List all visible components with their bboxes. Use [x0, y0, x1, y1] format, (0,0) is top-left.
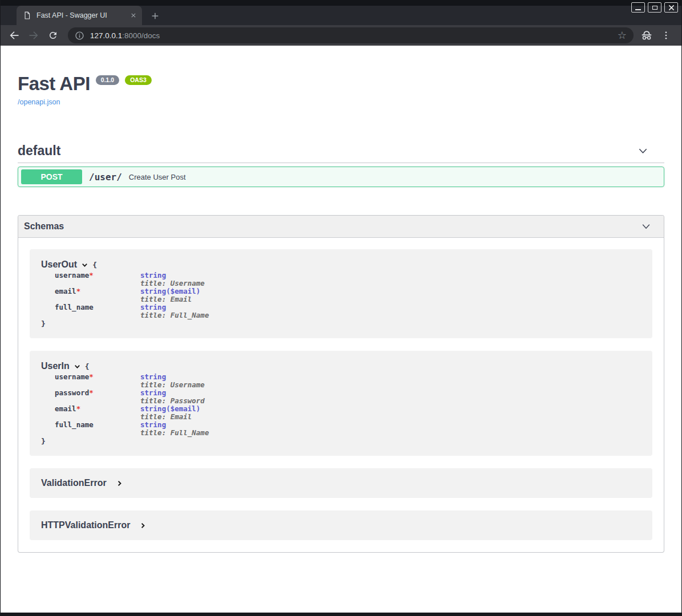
open-brace: { — [85, 362, 90, 371]
required-star: * — [89, 372, 94, 381]
maximize-icon — [652, 6, 657, 10]
chevron-down-icon — [81, 261, 88, 269]
property-row: username* string title: Username — [55, 271, 641, 287]
menu-kebab-icon[interactable] — [661, 30, 671, 40]
page-title: Fast API — [18, 74, 90, 93]
schemas-section: Schemas UserOut { — [18, 215, 664, 553]
chevron-right-icon — [116, 480, 123, 487]
openapi-json-link[interactable]: /openapi.json — [18, 98, 60, 106]
property-type: string($email) — [140, 287, 200, 295]
browser-window: Fast API - Swagger UI — [0, 0, 682, 616]
model-name: ValidationError — [41, 478, 107, 488]
tab-strip: Fast API - Swagger UI — [1, 6, 681, 25]
schemas-title: Schemas — [24, 221, 64, 232]
close-brace: } — [41, 437, 641, 445]
property-name: full_name — [55, 303, 94, 311]
forward-arrow-icon — [28, 30, 39, 41]
model-userin-toggle[interactable]: UserIn { — [41, 361, 641, 371]
url-host: 127.0.0.1 — [90, 31, 122, 40]
close-brace: } — [41, 319, 641, 328]
window-bottom-border — [1, 613, 681, 616]
property-type: string — [140, 303, 209, 311]
back-arrow-icon — [9, 30, 20, 41]
model-name: UserOut — [41, 260, 77, 270]
model-properties: username* string title: Username email* … — [55, 271, 641, 319]
tab-close-icon[interactable] — [129, 11, 137, 19]
property-row: full_name string title: Full_Name — [55, 303, 641, 319]
property-type: string — [140, 389, 205, 397]
property-row: email* string($email) title: Email — [55, 287, 641, 303]
model-validationerror[interactable]: ValidationError — [30, 468, 652, 498]
oas3-badge: OAS3 — [125, 75, 152, 85]
property-name: full_name — [55, 420, 94, 429]
swagger-page: Fast API 0.1.0 OAS3 /openapi.json defaul… — [1, 46, 681, 613]
close-button[interactable] — [664, 2, 678, 13]
model-userout: UserOut { username* string title: Userna… — [30, 249, 652, 338]
page-favicon-icon — [23, 11, 31, 20]
model-properties: username* string title: Username passwor… — [55, 373, 641, 437]
chevron-down-icon — [74, 363, 81, 370]
browser-toolbar: 127.0.0.1:8000/docs ☆ — [1, 25, 681, 46]
property-type: string($email) — [140, 405, 200, 413]
window-titlebar — [1, 0, 681, 6]
operation-summary: Create User Post — [129, 173, 186, 181]
property-title: title: Username — [140, 381, 205, 389]
property-name: username — [55, 271, 89, 279]
schemas-header[interactable]: Schemas — [18, 216, 664, 238]
property-title: title: Full_Name — [140, 311, 209, 319]
incognito-icon — [640, 29, 653, 42]
model-userout-toggle[interactable]: UserOut { — [41, 260, 641, 270]
back-button[interactable] — [6, 27, 22, 43]
property-row: full_name string title: Full_Name — [55, 421, 641, 437]
browser-tab[interactable]: Fast API - Swagger UI — [17, 6, 142, 25]
forward-button[interactable] — [26, 27, 42, 43]
address-bar[interactable]: 127.0.0.1:8000/docs ☆ — [68, 27, 634, 43]
property-type: string — [140, 421, 209, 429]
plus-icon — [151, 11, 160, 21]
new-tab-button[interactable] — [148, 9, 163, 23]
property-title: title: Username — [140, 279, 205, 287]
url-text: 127.0.0.1:8000/docs — [90, 31, 618, 40]
property-type: string — [140, 373, 205, 381]
operation-path: /user/ — [89, 172, 122, 183]
site-info-icon[interactable] — [75, 31, 84, 40]
reload-icon — [48, 30, 58, 40]
minimize-button[interactable] — [631, 2, 645, 13]
minimize-icon — [635, 9, 641, 10]
toolbar-right — [640, 29, 671, 42]
property-row: email* string($email) title: Email — [55, 405, 641, 421]
chevron-right-icon — [139, 522, 147, 529]
window-controls — [631, 2, 678, 13]
operation-post-user[interactable]: POST /user/ Create User Post — [18, 167, 664, 187]
model-httpvalidationerror[interactable]: HTTPValidationError — [30, 510, 652, 540]
reload-button[interactable] — [45, 27, 61, 43]
method-badge: POST — [21, 169, 82, 184]
property-title: title: Email — [140, 295, 200, 303]
schemas-body: UserOut { username* string title: Userna… — [18, 238, 664, 552]
required-star: * — [76, 287, 81, 295]
close-icon — [668, 5, 675, 11]
bookmark-star-icon[interactable]: ☆ — [618, 30, 627, 40]
property-type: string — [140, 271, 205, 279]
property-row: username* string title: Username — [55, 373, 641, 389]
url-path: :8000/docs — [122, 31, 160, 40]
version-badge: 0.1.0 — [96, 75, 119, 85]
property-name: email — [55, 404, 76, 413]
property-name: password — [55, 388, 89, 397]
property-name: email — [55, 287, 76, 295]
maximize-button[interactable] — [648, 2, 661, 13]
property-row: password* string title: Password — [55, 389, 641, 405]
property-title: title: Full_Name — [140, 429, 209, 437]
tab-title: Fast API - Swagger UI — [36, 11, 129, 19]
required-star: * — [89, 388, 94, 397]
property-name: username — [55, 372, 89, 381]
chevron-down-icon — [638, 145, 648, 156]
open-brace: { — [92, 261, 97, 269]
property-title: title: Email — [140, 413, 200, 421]
model-userin: UserIn { username* string title: Usernam… — [30, 351, 652, 456]
chevron-down-icon — [641, 221, 651, 232]
model-name: HTTPValidationError — [41, 520, 130, 530]
tag-section-default[interactable]: default — [18, 139, 664, 163]
tag-name: default — [18, 143, 60, 159]
property-title: title: Password — [140, 397, 205, 405]
